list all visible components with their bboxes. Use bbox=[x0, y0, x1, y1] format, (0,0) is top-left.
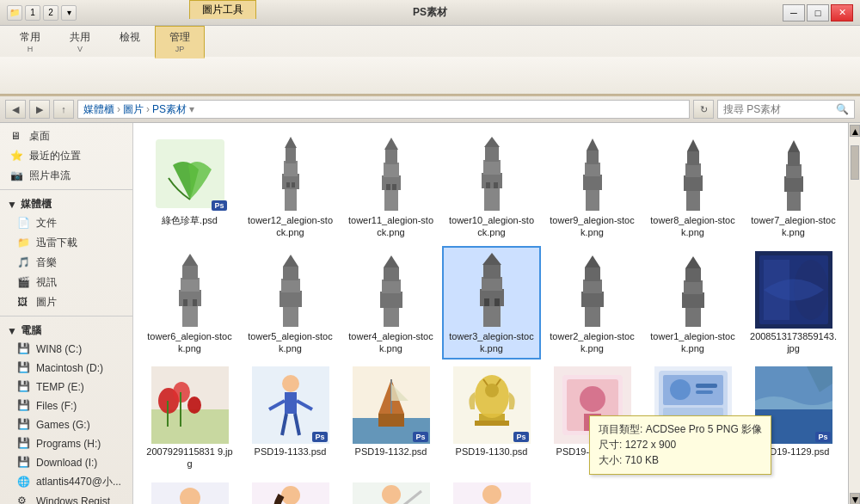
sidebar-item-programs-h[interactable]: 💾 Programs (H:) bbox=[0, 434, 132, 453]
path-current[interactable]: PS素材 bbox=[152, 102, 187, 117]
svg-rect-6 bbox=[286, 182, 290, 187]
file-thumb-24 bbox=[453, 482, 531, 504]
file-item-2[interactable]: tower11_alegion-stock.png bbox=[341, 130, 440, 244]
tab-manage[interactable]: 管理JP bbox=[155, 26, 205, 58]
file-item-7[interactable]: tower6_alegion-stock.png bbox=[140, 246, 239, 360]
file-item-11[interactable]: tower2_alegion-stock.png bbox=[543, 246, 642, 360]
window-title: PS素材 bbox=[413, 5, 447, 20]
back-button[interactable]: ◀ bbox=[5, 100, 26, 119]
svg-rect-40 bbox=[182, 266, 198, 280]
svg-rect-22 bbox=[586, 188, 599, 211]
file-item-4[interactable]: tower9_alegion-stock.png bbox=[543, 130, 642, 244]
sidebar-item-games-g[interactable]: 💾 Games (G:) bbox=[0, 415, 132, 434]
file-item-9[interactable]: tower4_alegion-stock.png bbox=[341, 246, 440, 360]
sidebar-item-temp-e[interactable]: 💾 TEMP (E:) bbox=[0, 378, 132, 396]
forward-button[interactable]: ▶ bbox=[29, 100, 50, 119]
file-item-14[interactable]: 2007929115831 9.jpg bbox=[140, 361, 239, 476]
svg-rect-42 bbox=[183, 299, 187, 306]
file-item-16[interactable]: Ps PSD19-1132.psd bbox=[341, 361, 440, 476]
drive-f-icon: 💾 bbox=[17, 399, 31, 413]
svg-rect-27 bbox=[686, 189, 700, 211]
network-icon: 🌐 bbox=[17, 476, 31, 489]
sidebar-item-download-i[interactable]: 💾 Download (I:) bbox=[0, 453, 132, 472]
close-button[interactable]: ✕ bbox=[831, 4, 853, 22]
sidebar-item-registry[interactable]: ⚙ Windows Regist bbox=[0, 492, 132, 504]
file-item-13[interactable]: 2008513173859143.jpg bbox=[744, 246, 843, 360]
scroll-thumb[interactable] bbox=[851, 145, 859, 180]
file-thumb-5 bbox=[654, 135, 732, 212]
svg-point-109 bbox=[670, 379, 691, 400]
svg-rect-16 bbox=[482, 173, 502, 188]
sidebar-item-desktop[interactable]: 🖥 桌面 bbox=[0, 126, 132, 146]
up-button[interactable]: ↑ bbox=[53, 100, 74, 119]
sidebar-item-documents[interactable]: 📄 文件 bbox=[0, 213, 132, 233]
file-grid-container[interactable]: Ps 綠色珍草.psd tower12_al bbox=[133, 123, 848, 504]
file-thumb-8 bbox=[252, 251, 329, 329]
refresh-button[interactable]: ↻ bbox=[693, 100, 714, 119]
svg-marker-5 bbox=[285, 137, 297, 148]
svg-marker-70 bbox=[685, 256, 701, 268]
image-tool-tab[interactable]: 圖片工具 bbox=[189, 0, 256, 19]
sidebar-item-atlantis[interactable]: 🌐 atlantis4470@小... bbox=[0, 472, 132, 492]
file-item-3[interactable]: tower10_alegion-stock.png bbox=[442, 130, 541, 244]
file-item-10[interactable]: tower3_alegion-stock.png bbox=[442, 246, 541, 360]
file-item-15[interactable]: Ps PSD19-1133.psd bbox=[241, 361, 340, 476]
file-item-17[interactable]: Ps PSD19-1130.psd bbox=[442, 361, 541, 476]
qat-btn-3[interactable]: 2 bbox=[43, 5, 58, 21]
svg-rect-39 bbox=[181, 278, 200, 292]
file-item-8[interactable]: tower5_alegion-stock.png bbox=[241, 246, 340, 360]
file-item-1[interactable]: tower12_alegion-stock.png bbox=[241, 130, 340, 244]
file-item-0[interactable]: Ps 綠色珍草.psd bbox=[140, 130, 239, 244]
svg-rect-38 bbox=[179, 290, 201, 306]
sidebar-item-files-f[interactable]: 💾 Files (F:) bbox=[0, 396, 132, 415]
file-item-12[interactable]: tower1_alegion-stock.png bbox=[643, 246, 742, 360]
library-expand-icon[interactable]: ▼ bbox=[7, 199, 17, 211]
file-thumb-16: Ps bbox=[353, 366, 430, 444]
scroll-up-btn[interactable]: ▲ bbox=[850, 125, 860, 137]
downloads-icon: 📁 bbox=[17, 237, 31, 250]
maximize-button[interactable]: □ bbox=[807, 4, 829, 22]
file-item-5[interactable]: tower8_alegion-stock.png bbox=[643, 130, 742, 244]
sidebar-item-recent[interactable]: ⭐ 最近的位置 bbox=[0, 146, 132, 166]
path-pictures[interactable]: 圖片 bbox=[123, 102, 144, 117]
file-item-21[interactable]: PSD character bbox=[140, 477, 239, 504]
svg-rect-1 bbox=[285, 187, 297, 211]
file-thumb-12 bbox=[654, 251, 732, 329]
qat-dropdown[interactable]: ▾ bbox=[61, 5, 77, 21]
scroll-down-btn[interactable]: ▼ bbox=[850, 493, 860, 504]
path-library[interactable]: 媒體櫃 bbox=[83, 102, 114, 117]
computer-expand-icon[interactable]: ▼ bbox=[7, 325, 17, 337]
file-item-22[interactable]: PSD female char bbox=[241, 477, 340, 504]
scrollbar[interactable]: ▲ ▼ bbox=[848, 123, 860, 504]
minimize-button[interactable]: ─ bbox=[783, 4, 805, 22]
sidebar-item-win8c[interactable]: 💾 WIN8 (C:) bbox=[0, 340, 132, 359]
sidebar-item-macintosh-d[interactable]: 💾 Macintosh (D:) bbox=[0, 359, 132, 378]
search-box[interactable]: 🔍 bbox=[717, 100, 855, 119]
main-layout: 🖥 桌面 ⭐ 最近的位置 📷 照片串流 ▼ 媒體櫃 📄 文件 📁 迅雷下載 🎵 … bbox=[0, 123, 860, 504]
qat-btn-2[interactable]: 1 bbox=[25, 5, 40, 21]
sidebar-item-music[interactable]: 🎵 音樂 bbox=[0, 253, 132, 273]
svg-rect-52 bbox=[384, 267, 399, 281]
file-label-17: PSD19-1130.psd bbox=[456, 446, 528, 458]
sidebar-item-video[interactable]: 🎬 視訊 bbox=[0, 273, 132, 292]
sidebar-item-pictures[interactable]: 🖼 圖片 bbox=[0, 292, 132, 312]
file-label-11: tower2_alegion-stock.png bbox=[548, 330, 636, 355]
file-item-6[interactable]: tower7_alegion-stock.png bbox=[744, 130, 843, 244]
file-item-24[interactable]: PSD female 2 bbox=[442, 477, 541, 504]
svg-rect-21 bbox=[494, 182, 498, 188]
file-item-23[interactable]: PSD warrior bbox=[341, 477, 440, 504]
address-path[interactable]: 媒體櫃 › 圖片 › PS素材 ▾ bbox=[77, 100, 690, 119]
search-input[interactable] bbox=[723, 103, 832, 115]
tab-view[interactable]: 檢視 bbox=[105, 26, 155, 57]
svg-rect-111 bbox=[696, 390, 713, 394]
tooltip-filesize-label: 大小: bbox=[599, 454, 622, 466]
sidebar-item-photostream[interactable]: 📷 照片串流 bbox=[0, 166, 132, 186]
video-icon: 🎬 bbox=[17, 276, 31, 290]
qat-btn-1[interactable]: 📁 bbox=[7, 5, 22, 21]
tab-share[interactable]: 共用V bbox=[55, 26, 105, 57]
tooltip-size-value: 1272 x 900 bbox=[625, 439, 676, 451]
title-bar: 📁 1 2 ▾ 圖片工具 PS素材 ─ □ ✕ bbox=[0, 0, 860, 26]
svg-rect-69 bbox=[685, 268, 701, 282]
tab-home[interactable]: 常用H bbox=[5, 26, 55, 57]
sidebar-item-downloads[interactable]: 📁 迅雷下載 bbox=[0, 233, 132, 253]
